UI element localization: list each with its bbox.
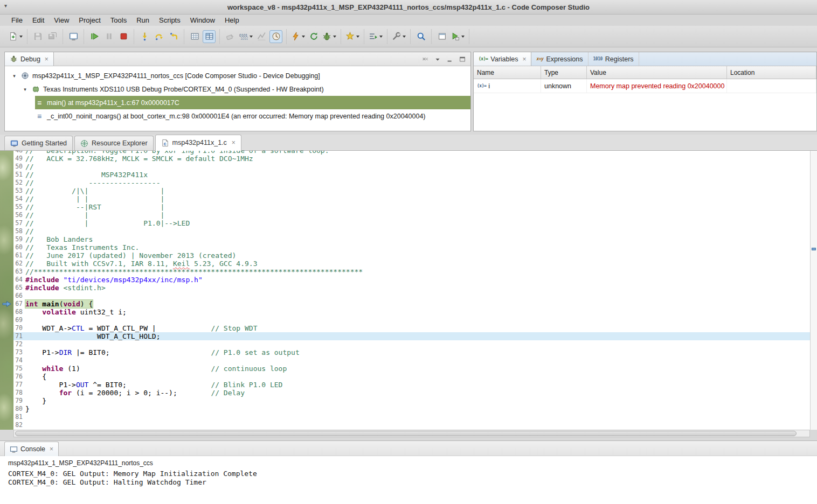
code-line[interactable]: 63//************************************… — [13, 268, 810, 276]
column-header-location[interactable]: Location — [727, 66, 816, 79]
expand-triangle-icon[interactable]: ▾ — [11, 73, 17, 79]
code-line[interactable]: 65#include <stdint.h> — [13, 284, 810, 292]
close-icon[interactable]: × — [232, 139, 236, 146]
code-line[interactable]: 48// Description: Toggle P1.0 by xor'ing… — [13, 151, 810, 155]
new-wizard-icon[interactable] — [345, 30, 360, 43]
new-icon[interactable] — [8, 30, 23, 43]
step-over-icon[interactable] — [153, 30, 165, 43]
scrollbar-thumb[interactable] — [15, 431, 797, 436]
code-line[interactable]: 68 volatile uint32_t i; — [13, 308, 810, 316]
dropdown-caret-icon[interactable] — [302, 36, 305, 38]
code-line[interactable]: 61// June 2017 (updated) | November 2013… — [13, 251, 810, 260]
close-icon[interactable]: × — [45, 55, 49, 63]
editor-ruler[interactable] — [0, 151, 13, 430]
code-line[interactable]: 58// — [13, 227, 810, 235]
menu-run[interactable]: Run — [131, 15, 154, 25]
menu-project[interactable]: Project — [74, 15, 105, 25]
show-console-icon[interactable] — [67, 30, 80, 43]
dropdown-caret-icon[interactable] — [333, 36, 336, 38]
new-debug-icon[interactable] — [322, 30, 337, 43]
code-line[interactable]: 76 { — [13, 373, 810, 381]
code-line[interactable]: 73 P1->DIR |= BIT0; // P1.0 set as outpu… — [13, 348, 810, 356]
code-line[interactable]: 49// ACLK = 32.768kHz, MCLK = SMCLK = de… — [13, 155, 810, 163]
save-all-icon[interactable] — [46, 30, 59, 43]
profile-icon[interactable] — [269, 30, 282, 43]
window-menu-icon[interactable]: ▾ — [4, 3, 7, 9]
code-line[interactable]: 75 while (1) // continuous loop — [13, 365, 810, 373]
refresh-icon[interactable] — [307, 30, 320, 43]
tab-console[interactable]: Console × — [4, 442, 59, 456]
search-icon[interactable] — [414, 30, 427, 43]
step-into-icon[interactable] — [138, 30, 151, 43]
debug-tree-row[interactable]: ▾Texas Instruments XDS110 USB Debug Prob… — [5, 82, 470, 96]
debug-tree-row[interactable]: ▾msp432p411x_1_MSP_EXP432P4111_nortos_cc… — [5, 69, 470, 82]
menu-tools[interactable]: Tools — [106, 15, 131, 25]
code-line[interactable]: 67int main(void) { — [13, 300, 810, 308]
menu-view[interactable]: View — [49, 15, 74, 25]
dropdown-caret-icon[interactable] — [19, 36, 23, 38]
code-line[interactable]: 54// | | | — [13, 195, 810, 203]
code-line[interactable]: 77 P1->OUT ^= BIT0; // Blink P1.0 LED — [13, 381, 810, 389]
code-line[interactable]: 81 — [13, 413, 810, 421]
disassembly-icon[interactable]: 01011010 — [238, 30, 253, 43]
editor-hscrollbar[interactable] — [13, 430, 810, 437]
editor-tab-msp432p411x-1-c[interactable]: cmsp432p411x_1.c× — [155, 135, 241, 151]
variable-row[interactable]: (x)=iunknownMemory map prevented reading… — [474, 79, 816, 93]
tab-registers[interactable]: 1010Registers — [588, 52, 639, 66]
save-icon[interactable] — [31, 30, 44, 43]
dropdown-caret-icon[interactable] — [250, 36, 253, 38]
code-line[interactable]: 56// | | — [13, 211, 810, 219]
run-external-icon[interactable] — [450, 30, 465, 43]
menu-help[interactable]: Help — [220, 15, 244, 25]
open-perspective-icon[interactable] — [435, 30, 448, 43]
resume-icon[interactable] — [88, 30, 101, 43]
code-line[interactable]: 74 — [13, 356, 810, 365]
tab-variables[interactable]: (x)=Variables× — [474, 52, 531, 66]
code-line[interactable]: 79 } — [13, 397, 810, 405]
show-registers-icon[interactable] — [203, 30, 216, 43]
code-line[interactable]: 51// MSP432P411x — [13, 171, 810, 179]
code-line[interactable]: 64#include "ti/devices/msp432p4xx/inc/ms… — [13, 276, 810, 284]
code-line[interactable]: 66 — [13, 292, 810, 300]
code-line[interactable]: 53// /|\| | — [13, 187, 810, 195]
expand-triangle-icon[interactable]: ▾ — [22, 87, 28, 92]
code-editor[interactable]: 48// Description: Toggle P1.0 by xor'ing… — [13, 151, 810, 430]
terminate-icon[interactable] — [117, 30, 130, 43]
dropdown-caret-icon[interactable] — [461, 36, 465, 38]
code-line[interactable]: 71 WDT_A_CTL_HOLD; — [13, 332, 810, 340]
close-icon[interactable]: × — [522, 55, 526, 63]
editor-tab-getting-started[interactable]: Getting Started — [4, 136, 73, 150]
column-header-value[interactable]: Value — [587, 66, 727, 79]
trace-icon[interactable] — [255, 30, 268, 43]
clear-marks-icon[interactable] — [224, 30, 237, 43]
editor-overview-ruler[interactable] — [810, 151, 817, 430]
code-line[interactable]: 57// | P1.0|-->LED — [13, 219, 810, 227]
column-header-type[interactable]: Type — [541, 66, 587, 79]
code-line[interactable]: 59// Bob Landers — [13, 235, 810, 243]
menu-scripts[interactable]: Scripts — [154, 15, 185, 25]
column-header-name[interactable]: Name — [474, 66, 541, 79]
tab-debug[interactable]: Debug × — [5, 52, 54, 66]
code-line[interactable]: 62// Built with CCSv7.1, IAR 8.11, Keil … — [13, 260, 810, 268]
dropdown-caret-icon[interactable] — [403, 36, 406, 38]
editor-tab-resource-explorer[interactable]: Resource Explorer — [74, 136, 154, 150]
suspend-icon[interactable] — [102, 30, 115, 43]
close-icon[interactable]: × — [50, 445, 53, 453]
debug-tree-row[interactable]: ≡main() at msp432p411x_1.c:67 0x0000017C — [35, 96, 470, 109]
code-line[interactable]: 72 — [13, 340, 810, 348]
overview-marker[interactable] — [812, 248, 816, 250]
flash-program-icon[interactable] — [290, 30, 306, 43]
dropdown-caret-icon[interactable] — [379, 36, 383, 38]
tab-expressions[interactable]: x+yExpressions — [531, 52, 588, 66]
step-filters-icon[interactable] — [368, 30, 383, 43]
code-line[interactable]: 55// --|RST | — [13, 203, 810, 211]
code-line[interactable]: 50// — [13, 163, 810, 171]
code-line[interactable]: 82 — [13, 421, 810, 429]
minimize-icon[interactable] — [446, 55, 454, 63]
code-line[interactable]: 78 for (i = 20000; i > 0; i--); // Delay — [13, 389, 810, 397]
debug-tree-row[interactable]: ≡_c_int00_noinit_noargs() at boot_cortex… — [5, 109, 470, 123]
step-return-icon[interactable] — [167, 30, 180, 43]
dropdown-caret-icon[interactable] — [356, 36, 359, 38]
menu-window[interactable]: Window — [185, 15, 220, 25]
viewmenu-icon[interactable] — [434, 55, 441, 63]
